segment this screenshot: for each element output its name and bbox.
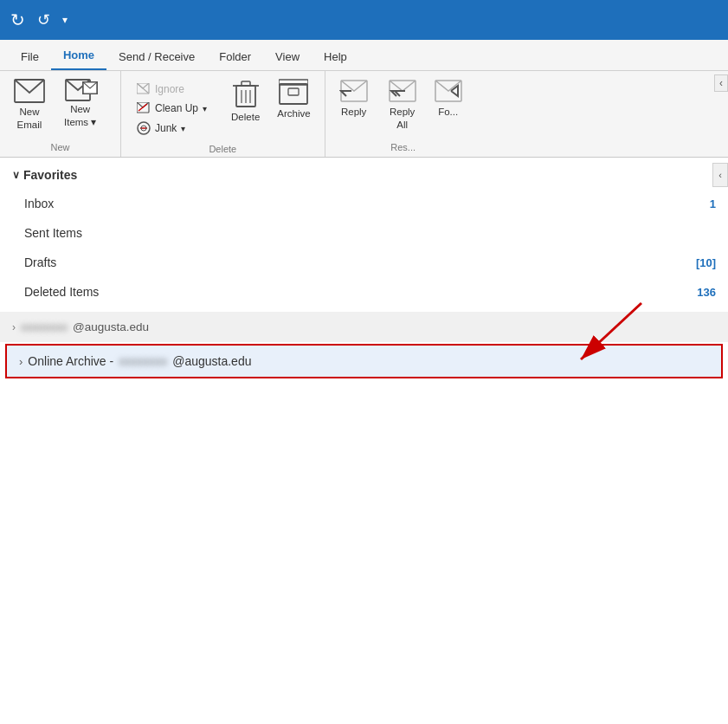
delete-label: Delete — [231, 111, 260, 124]
ribbon-collapse-button[interactable]: ‹ — [714, 74, 728, 92]
online-archive-blurred-name: xxxxxxxx — [119, 354, 167, 368]
quick-access-dropdown-icon[interactable]: ▾ — [62, 14, 68, 26]
reply-icon — [339, 79, 369, 103]
archive-label: Archive — [277, 107, 310, 120]
account-row[interactable]: › xxxxxxxx @augusta.edu — [0, 312, 728, 342]
new-items-label: New Items ▾ — [64, 103, 96, 129]
favorites-chevron-icon: ∨ — [12, 169, 20, 181]
refresh-icon[interactable]: ↻ — [10, 10, 25, 30]
menu-folder[interactable]: Folder — [207, 45, 263, 70]
ribbon: New Email New Items ▾ New — [0, 71, 728, 158]
menu-send-receive[interactable]: Send / Receive — [106, 45, 207, 70]
undo-icon[interactable]: ↺ — [37, 10, 50, 29]
account-domain: @augusta.edu — [73, 320, 149, 333]
junk-icon — [137, 121, 151, 135]
junk-button[interactable]: Junk ▾ — [130, 118, 214, 139]
svg-rect-12 — [242, 81, 250, 86]
ribbon-group-respond: Reply Reply All Fo... — [325, 71, 481, 157]
panel-collapse-arrow[interactable]: ‹ — [712, 163, 728, 187]
ribbon-group-delete: Ignore Clean Up ▾ — [121, 71, 325, 157]
sent-items-folder-label: Sent Items — [24, 226, 82, 240]
delete-icon — [233, 79, 259, 108]
svg-rect-18 — [288, 88, 299, 95]
inbox-badge: 1 — [710, 197, 716, 210]
forward-label: Fo... — [438, 106, 458, 119]
reply-all-button[interactable]: Reply All — [379, 76, 426, 134]
ribbon-group-new: New Email New Items ▾ New — [0, 71, 121, 157]
favorites-header[interactable]: ∨ Favorites — [0, 158, 728, 189]
delete-button[interactable]: Delete — [222, 76, 268, 126]
folder-panel: ‹ ∨ Favorites Inbox 1 Sent Items Drafts … — [0, 158, 728, 724]
online-archive-row[interactable]: › Online Archive - xxxxxxxx @augusta.edu — [5, 344, 723, 378]
reply-label: Reply — [341, 106, 366, 119]
menu-help[interactable]: Help — [312, 45, 359, 70]
new-email-button[interactable]: New Email — [5, 76, 54, 134]
archive-button[interactable]: Archive — [268, 76, 319, 123]
deleted-items-badge: 136 — [697, 286, 716, 299]
online-archive-prefix: Online Archive - — [28, 354, 113, 368]
deleted-items-folder-item[interactable]: Deleted Items 136 — [0, 277, 728, 307]
junk-label: Junk — [155, 122, 177, 134]
svg-rect-16 — [280, 84, 307, 104]
ignore-icon — [137, 83, 151, 95]
forward-button[interactable]: Fo... — [428, 76, 469, 121]
ribbon-group-delete-label: Delete — [121, 142, 325, 158]
archive-icon — [279, 79, 308, 105]
sent-items-folder-item[interactable]: Sent Items — [0, 218, 728, 248]
online-archive-expand-icon: › — [19, 355, 23, 368]
cleanup-button[interactable]: Clean Up ▾ — [130, 99, 214, 118]
junk-dropdown-icon: ▾ — [181, 124, 185, 133]
drafts-badge: [10] — [696, 256, 716, 269]
new-items-button[interactable]: New Items ▾ — [55, 76, 105, 132]
menu-view[interactable]: View — [263, 45, 312, 70]
inbox-folder-item[interactable]: Inbox 1 — [0, 189, 728, 218]
drafts-folder-item[interactable]: Drafts [10] — [0, 248, 728, 277]
menu-home[interactable]: Home — [51, 43, 106, 70]
new-email-label: New Email — [17, 106, 42, 132]
drafts-folder-label: Drafts — [24, 255, 56, 269]
ribbon-group-respond-label: Res... — [325, 140, 481, 157]
favorites-label: Favorites — [23, 168, 77, 182]
title-bar: ↻ ↺ ▾ — [0, 0, 728, 40]
menu-file[interactable]: File — [9, 45, 51, 70]
account-expand-icon: › — [12, 321, 16, 333]
account-blurred-name: xxxxxxxx — [21, 320, 68, 333]
reply-all-icon — [388, 79, 417, 103]
ignore-button[interactable]: Ignore — [130, 80, 214, 99]
menu-bar: File Home Send / Receive Folder View Hel… — [0, 40, 728, 71]
online-archive-domain: @augusta.edu — [172, 354, 251, 368]
cleanup-dropdown-icon: ▾ — [203, 104, 207, 113]
ignore-label: Ignore — [155, 83, 184, 95]
ribbon-small-buttons: Ignore Clean Up ▾ — [126, 76, 222, 140]
cleanup-icon — [137, 102, 151, 114]
forward-icon — [434, 79, 463, 103]
reply-button[interactable]: Reply — [331, 76, 377, 121]
inbox-folder-label: Inbox — [24, 197, 54, 210]
ribbon-group-new-label: New — [0, 140, 120, 157]
deleted-items-folder-label: Deleted Items — [24, 285, 99, 299]
cleanup-label: Clean Up — [155, 102, 198, 114]
reply-all-label: Reply All — [390, 106, 415, 132]
